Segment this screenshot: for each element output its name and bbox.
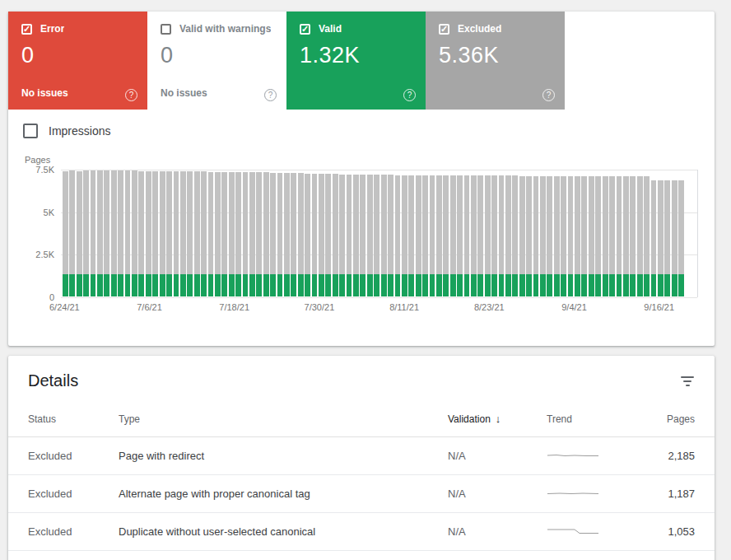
chart-bar[interactable] xyxy=(443,170,449,296)
chart-bar[interactable] xyxy=(249,170,255,296)
table-row[interactable]: Excluded Alternate page with proper cano… xyxy=(8,475,715,513)
chart-bar[interactable] xyxy=(201,170,207,296)
chart-bar[interactable] xyxy=(298,170,304,296)
chart-bar[interactable] xyxy=(630,170,636,296)
chart-bar[interactable] xyxy=(221,170,227,296)
chart-bar[interactable] xyxy=(505,170,511,296)
chart-bar[interactable] xyxy=(174,170,179,296)
chart-bar[interactable] xyxy=(430,170,435,296)
chart-bar[interactable] xyxy=(367,170,373,296)
chart-bar[interactable] xyxy=(69,170,75,296)
chart-bar[interactable] xyxy=(416,170,421,296)
chart-bar[interactable] xyxy=(319,170,324,296)
chart-bar[interactable] xyxy=(617,170,622,296)
chart-bar[interactable] xyxy=(526,170,532,296)
chart-bar[interactable] xyxy=(519,170,525,296)
chart-bar[interactable] xyxy=(603,170,608,296)
status-card-error[interactable]: ✓ Error 0 No issues ? xyxy=(8,12,147,110)
chart-bar[interactable] xyxy=(623,170,629,296)
chart-bar[interactable] xyxy=(243,170,249,296)
chart-bar[interactable] xyxy=(263,170,269,296)
column-header-pages[interactable]: Pages xyxy=(637,413,695,425)
chart-bar[interactable] xyxy=(512,170,518,296)
chart-bar[interactable] xyxy=(97,170,103,296)
impressions-checkbox[interactable] xyxy=(23,124,38,138)
help-icon[interactable]: ? xyxy=(403,89,416,101)
chart-bar[interactable] xyxy=(305,170,310,296)
chart-bar[interactable] xyxy=(664,170,670,296)
chart-bar[interactable] xyxy=(533,170,539,296)
chart-bar[interactable] xyxy=(229,170,235,296)
chart-bar[interactable] xyxy=(678,170,684,296)
chart-bar[interactable] xyxy=(353,170,359,296)
chart-bar[interactable] xyxy=(554,170,560,296)
chart-bar[interactable] xyxy=(63,170,68,296)
chart-bar[interactable] xyxy=(609,170,615,296)
chart-bar[interactable] xyxy=(374,170,379,296)
chart-bar[interactable] xyxy=(672,170,677,296)
help-icon[interactable]: ? xyxy=(264,89,277,101)
chart-bar[interactable] xyxy=(312,170,318,296)
chart-bar[interactable] xyxy=(347,170,352,296)
chart-bar[interactable] xyxy=(575,170,580,296)
chart-bar[interactable] xyxy=(581,170,587,296)
chart-bar[interactable] xyxy=(561,170,566,296)
chart-bar[interactable] xyxy=(568,170,574,296)
chart-bar[interactable] xyxy=(111,170,117,296)
error-checkbox[interactable]: ✓ xyxy=(21,24,32,35)
chart-bar[interactable] xyxy=(485,170,491,296)
chart-bar[interactable] xyxy=(152,170,158,296)
table-row[interactable]: Excluded Page with redirect N/A 2,185 xyxy=(8,437,715,475)
chart-bar[interactable] xyxy=(83,170,89,296)
chart-bar[interactable] xyxy=(187,170,193,296)
chart-bar[interactable] xyxy=(208,170,214,296)
status-card-valid-with-warnings[interactable]: Valid with warnings 0 No issues ? xyxy=(147,12,286,110)
chart-bar[interactable] xyxy=(436,170,442,296)
chart-bar[interactable] xyxy=(491,170,497,296)
sort-descending-icon[interactable]: ↓ xyxy=(496,413,501,425)
chart-bar[interactable] xyxy=(637,170,643,296)
chart-bar[interactable] xyxy=(125,170,131,296)
column-header-validation[interactable]: Validation ↓ xyxy=(448,413,547,425)
chart-bar[interactable] xyxy=(270,170,276,296)
status-card-excluded[interactable]: ✓ Excluded 5.36K ? xyxy=(426,12,565,110)
chart-bar[interactable] xyxy=(325,170,331,296)
chart-bar[interactable] xyxy=(215,170,221,296)
chart-bar[interactable] xyxy=(284,170,290,296)
chart-bar[interactable] xyxy=(395,170,401,296)
chart-bar[interactable] xyxy=(381,170,387,296)
status-card-valid[interactable]: ✓ Valid 1.32K ? xyxy=(286,12,426,110)
chart-bar[interactable] xyxy=(91,170,96,296)
chart-bar[interactable] xyxy=(333,170,338,296)
chart-bar[interactable] xyxy=(360,170,366,296)
chart-bar[interactable] xyxy=(402,170,407,296)
chart-bar[interactable] xyxy=(464,170,470,296)
help-icon[interactable]: ? xyxy=(125,89,137,101)
valid-with-warnings-checkbox[interactable] xyxy=(161,24,171,35)
chart-bar[interactable] xyxy=(132,170,137,296)
chart-bar[interactable] xyxy=(180,170,186,296)
chart-bar[interactable] xyxy=(166,170,172,296)
chart-bar[interactable] xyxy=(547,170,552,296)
chart-bar[interactable] xyxy=(104,170,109,296)
chart-bar[interactable] xyxy=(658,170,663,296)
chart-bar[interactable] xyxy=(651,170,657,296)
chart-bar[interactable] xyxy=(277,170,283,296)
valid-checkbox[interactable]: ✓ xyxy=(300,24,310,35)
impressions-toggle[interactable]: Impressions xyxy=(23,124,715,138)
chart-bar[interactable] xyxy=(540,170,546,296)
chart-bar[interactable] xyxy=(160,170,165,296)
filter-icon[interactable] xyxy=(680,376,695,387)
chart-bar[interactable] xyxy=(499,170,505,296)
chart-bar[interactable] xyxy=(589,170,594,296)
chart-bar[interactable] xyxy=(235,170,241,296)
chart-bar[interactable] xyxy=(388,170,393,296)
chart-bar[interactable] xyxy=(595,170,601,296)
chart-bar[interactable] xyxy=(118,170,123,296)
help-icon[interactable]: ? xyxy=(542,89,555,101)
chart-bar[interactable] xyxy=(291,170,296,296)
chart-bar[interactable] xyxy=(422,170,428,296)
chart-bar[interactable] xyxy=(450,170,456,296)
chart-bar[interactable] xyxy=(471,170,477,296)
chart-bar[interactable] xyxy=(339,170,345,296)
